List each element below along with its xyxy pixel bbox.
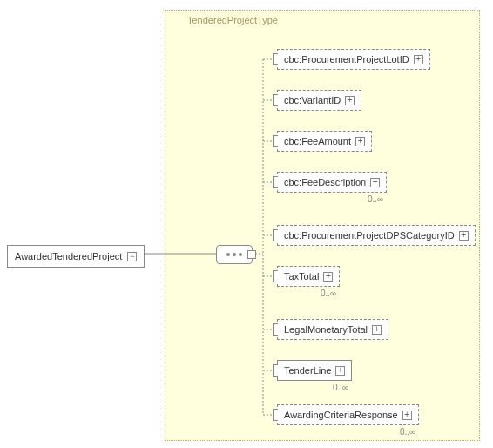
expand-icon[interactable]: + — [372, 325, 382, 335]
child-element[interactable]: cbc:FeeAmount+ — [277, 131, 372, 152]
occurrence-label: 0..∞ — [400, 427, 415, 437]
child-label: cbc:VariantID — [284, 95, 341, 105]
expand-icon[interactable]: + — [355, 137, 365, 146]
collapse-icon[interactable]: − — [127, 252, 137, 261]
child-label: TaxTotal — [284, 271, 319, 282]
root-label: AwardedTenderedProject — [15, 251, 122, 261]
child-label: TenderLine — [284, 365, 331, 376]
expand-icon[interactable]: + — [414, 55, 423, 64]
element-cap — [273, 364, 278, 377]
occurrence-label: 0..∞ — [333, 383, 348, 392]
expand-icon[interactable]: + — [335, 366, 345, 376]
element-cap — [273, 176, 278, 188]
occurrence-label: 0..∞ — [321, 288, 336, 298]
child-label: cbc:FeeDescription — [284, 177, 366, 187]
collapse-icon[interactable]: − — [247, 250, 256, 259]
expand-icon[interactable]: + — [323, 272, 333, 282]
child-element[interactable]: AwardingCriteriaResponse+ — [277, 404, 419, 425]
child-label: cbc:ProcurementProjectDPSCategoryID — [284, 230, 455, 241]
child-element[interactable]: cbc:ProcurementProjectLotID+ — [277, 49, 430, 70]
expand-icon[interactable]: + — [402, 411, 412, 420]
sequence-compositor[interactable]: − — [216, 245, 253, 264]
expand-icon[interactable]: + — [370, 178, 380, 187]
element-cap — [273, 94, 278, 106]
child-element[interactable]: cbc:FeeDescription+ — [277, 172, 387, 193]
child-element[interactable]: cbc:VariantID+ — [277, 90, 361, 111]
child-element[interactable]: TaxTotal+ — [277, 266, 340, 287]
child-label: cbc:ProcurementProjectLotID — [284, 54, 409, 64]
child-element[interactable]: cbc:ProcurementProjectDPSCategoryID+ — [277, 225, 476, 246]
element-cap — [273, 323, 278, 336]
element-cap — [273, 270, 278, 282]
expand-icon[interactable]: + — [345, 96, 355, 105]
root-element[interactable]: AwardedTenderedProject − — [7, 245, 145, 268]
occurrence-label: 0..∞ — [368, 194, 383, 204]
child-label: AwardingCriteriaResponse — [284, 410, 398, 420]
element-cap — [273, 135, 278, 147]
element-cap — [273, 229, 278, 241]
child-label: LegalMonetaryTotal — [284, 324, 368, 335]
panel-title: TenderedProjectType — [187, 15, 278, 25]
expand-icon[interactable]: + — [459, 231, 469, 241]
element-cap — [273, 409, 278, 421]
child-element[interactable]: TenderLine+ — [277, 360, 352, 381]
sequence-icon — [226, 253, 242, 256]
child-element[interactable]: LegalMonetaryTotal+ — [277, 319, 388, 340]
element-cap — [273, 53, 278, 65]
child-label: cbc:FeeAmount — [284, 136, 351, 146]
